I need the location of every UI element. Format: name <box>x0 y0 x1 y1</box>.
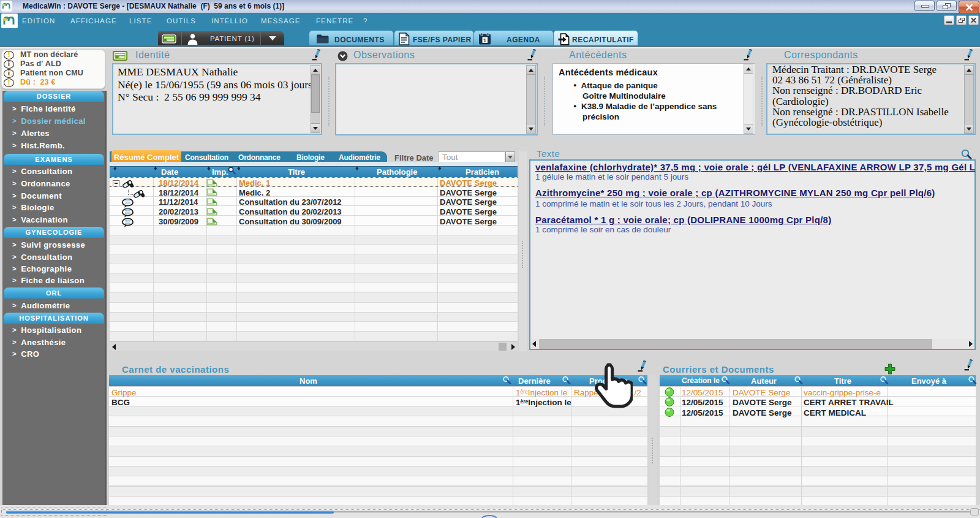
svg-text:1: 1 <box>483 37 487 44</box>
